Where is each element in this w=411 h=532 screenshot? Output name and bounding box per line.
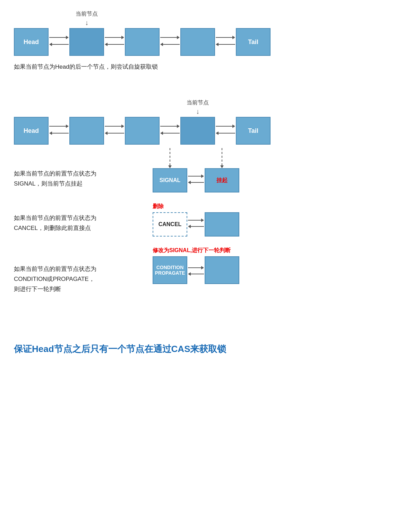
node4-box-1 — [180, 28, 215, 56]
sub-arrow-condition — [187, 256, 205, 284]
current-node-label-2: 当前节点 — [187, 99, 209, 106]
d2-node2-box — [69, 117, 104, 145]
signal-subnodes: SIGNAL 挂起 — [153, 168, 239, 192]
node3-box-1 — [125, 28, 160, 56]
diagram1-description: 如果当前节点为Head的后一个节点，则尝试自旋获取锁 — [14, 62, 158, 71]
signal-box: SIGNAL — [153, 168, 187, 192]
tail-box-2: Tail — [236, 117, 271, 145]
diagram1-section: Head 当前节点 ↓ — [14, 10, 397, 75]
diagram2-section: Head — [14, 99, 397, 294]
suspend-box: 挂起 — [205, 168, 239, 192]
node-tail-1: Tail — [236, 16, 271, 56]
bottom-heading: 保证Head节点之后只有一个节点在通过CAS来获取锁 — [14, 343, 397, 355]
condition-red-label: 修改为SIGNAL,进行下一轮判断 — [153, 247, 231, 254]
condition-section: 如果当前节点的前置节点状态为 CONDITION或PROPAGATE， 则进行下… — [14, 247, 397, 294]
condition-subnodes: CONDITION PROPAGATE — [153, 256, 239, 284]
dashed-arrow-signal — [153, 148, 187, 168]
arrow-3 — [160, 28, 180, 56]
arrow-4 — [215, 28, 236, 56]
head-box-2: Head — [14, 117, 49, 145]
condition-desc: 如果当前节点的前置节点状态为 CONDITION或PROPAGATE， 则进行下… — [14, 247, 111, 294]
cancel-box: CANCEL — [153, 212, 187, 237]
signal-diagram: SIGNAL 挂起 — [153, 148, 239, 192]
condition-box: CONDITION PROPAGATE — [153, 256, 187, 284]
down-arrow-2: ↓ — [196, 108, 199, 115]
signal-desc: 如果当前节点的前置节点状态为 SIGNAL，则当前节点挂起 — [14, 148, 111, 189]
sub-arrow-cancel — [187, 212, 205, 237]
cancel-section: 如果当前节点的前置节点状态为 CANCEL，则删除此前直接点 删除 CANCEL — [14, 203, 397, 237]
node2-wrapper: 当前节点 ↓ — [69, 10, 104, 56]
down-arrow-1: ↓ — [85, 19, 88, 26]
node3-wrapper — [125, 16, 160, 56]
arrow-1 — [49, 28, 69, 56]
dashed-arrow-current — [205, 148, 239, 168]
cancel-desc: 如果当前节点的前置节点状态为 CANCEL，则删除此前直接点 — [14, 203, 111, 233]
d2-node2 — [69, 104, 104, 145]
d2-arrow-4 — [215, 117, 236, 145]
current-node-label-1: 当前节点 — [76, 10, 98, 18]
d2-node4-box — [180, 117, 215, 145]
cancel-next-box — [205, 212, 239, 237]
node-head-1: Head — [14, 16, 49, 56]
condition-diagram: 修改为SIGNAL,进行下一轮判断 CONDITION PROPAGATE — [153, 247, 239, 284]
current-node-box-1 — [69, 28, 104, 56]
d2-node3 — [125, 104, 160, 145]
d2-arrow-2 — [104, 117, 125, 145]
arrow-2 — [104, 28, 125, 56]
d2-node4-wrapper: 当前节点 ↓ — [180, 99, 215, 145]
d2-node3-box — [125, 117, 160, 145]
tail-box-1: Tail — [236, 28, 271, 56]
d2-arrow-1 — [49, 117, 69, 145]
sub-arrow-signal — [187, 168, 205, 192]
cancel-red-label: 删除 — [153, 203, 164, 210]
node4-wrapper — [180, 16, 215, 56]
node-tail-2: Tail — [236, 104, 271, 145]
node-head-2: Head — [14, 104, 49, 145]
condition-next-box — [205, 256, 239, 284]
head-box-1: Head — [14, 28, 49, 56]
cancel-subnodes: CANCEL — [153, 212, 239, 237]
cancel-diagram: 删除 CANCEL — [153, 203, 239, 237]
d2-arrow-3 — [160, 117, 180, 145]
